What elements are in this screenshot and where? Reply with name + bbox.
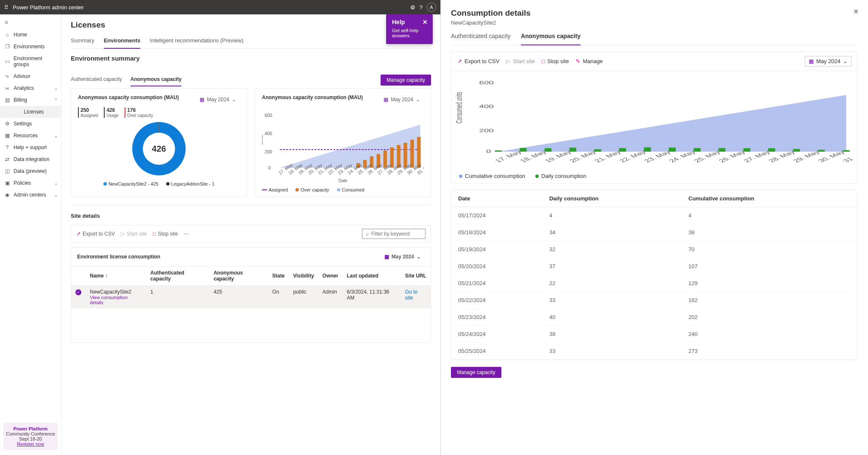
sidebar-item-billing[interactable]: ▤Billing⌃ xyxy=(0,94,61,106)
svg-rect-47 xyxy=(743,148,750,152)
month-picker-2[interactable]: ▦May 2024 ⌄ xyxy=(380,94,424,105)
table-row[interactable]: 05/24/202438240 xyxy=(451,326,857,343)
sidebar-item-help-support[interactable]: ?Help + support xyxy=(0,141,61,153)
capacity-tab-authenticated-capacity[interactable]: Authenticated capacity xyxy=(71,76,122,86)
sidebar-item-label: Resources xyxy=(14,133,51,139)
sidebar-item-licenses[interactable]: Licenses xyxy=(0,106,61,118)
col-header[interactable]: Anonymous capacity xyxy=(209,266,268,286)
close-icon[interactable]: ✕ xyxy=(423,19,428,25)
panel-tabs: Authenticated capacityAnonymous capacity xyxy=(451,33,858,45)
stat-usage: 426Usage xyxy=(104,107,119,118)
view-details-link[interactable]: View consumption details xyxy=(90,295,142,305)
table-row[interactable]: 05/25/202433273 xyxy=(451,343,857,360)
start-site-button: ▷Start site xyxy=(121,231,147,237)
register-link[interactable]: Register now xyxy=(17,441,44,447)
col-header[interactable]: State xyxy=(268,266,289,286)
sidebar-item-analytics[interactable]: ⫘Analytics⌄ xyxy=(0,82,61,94)
sidebar-item-environments[interactable]: ❐Environments xyxy=(0,41,61,53)
col-header[interactable]: Authenticated capacity xyxy=(146,266,209,286)
month-picker-3[interactable]: ▦May 2024 ⌄ xyxy=(381,252,425,262)
col-header[interactable]: Last updated xyxy=(342,266,401,286)
tab-summary[interactable]: Summary xyxy=(71,37,95,48)
chevron-icon: ⌄ xyxy=(54,86,58,91)
sidebar-item-label: Policies xyxy=(14,180,51,186)
tab-intelligent-recommendations-preview-[interactable]: Intelligent recommendations (Preview) xyxy=(150,37,243,48)
sidebar-item-label: Home xyxy=(14,32,58,38)
export-icon: ↗ xyxy=(76,231,81,237)
sidebar-item-label: Environment groups xyxy=(14,55,58,67)
conference-banner[interactable]: Power Platform Community Conference Sept… xyxy=(3,423,58,450)
svg-rect-39 xyxy=(545,148,551,152)
col-header[interactable]: Date xyxy=(451,190,542,207)
ylabel: Consumed units xyxy=(454,92,464,123)
panel-manage-button[interactable]: ✎Manage xyxy=(576,58,603,64)
panel-manage-capacity-button[interactable]: Manage capacity xyxy=(451,367,501,378)
col-header[interactable]: Name ↑ xyxy=(86,266,146,286)
table-row[interactable]: 05/23/202440202 xyxy=(451,309,857,326)
donut-chart: 426 xyxy=(132,122,186,175)
panel-export-button[interactable]: ↗Export to CSV xyxy=(457,58,499,64)
help-flyout: Help✕ Get self-help answers. xyxy=(386,14,433,44)
table-row[interactable]: ✓ NewCapacitySite2View consumption detai… xyxy=(71,286,431,309)
svg-rect-50 xyxy=(818,150,825,152)
sidebar-item-label: Environments xyxy=(14,44,58,50)
svg-rect-49 xyxy=(793,149,800,152)
panel-title: Consumption details xyxy=(451,8,858,18)
sidebar-item-policies[interactable]: ▣Policies⌄ xyxy=(0,177,61,189)
app-brand: Power Platform admin center xyxy=(13,4,406,11)
avatar[interactable]: A xyxy=(427,3,436,12)
table-row[interactable]: 05/21/202422129 xyxy=(451,275,857,292)
filter-input[interactable]: ⌕ xyxy=(362,229,426,239)
waffle-icon[interactable]: ⠿ xyxy=(4,4,8,11)
export-csv-button[interactable]: ↗Export to CSV xyxy=(76,231,115,237)
sidebar-item-admin-centers[interactable]: ◉Admin centers⌄ xyxy=(0,189,61,201)
site-table: Name ↑Authenticated capacityAnonymous ca… xyxy=(71,266,431,308)
sidebar-item-home[interactable]: ⌂Home xyxy=(0,29,61,41)
chevron-down-icon: ⌄ xyxy=(417,254,421,260)
manage-capacity-button[interactable]: Manage capacity xyxy=(381,75,431,86)
sidebar-item-environment-groups[interactable]: ▭Environment groups xyxy=(0,53,61,70)
site-details-title: Site details xyxy=(71,213,431,219)
table-row[interactable]: 05/17/202444 xyxy=(451,207,857,224)
more-icon[interactable]: ⋯ xyxy=(184,231,189,237)
stop-site-button[interactable]: □Stop site xyxy=(153,231,178,237)
col-header[interactable]: Visibility xyxy=(289,266,318,286)
sidebar-item-label: Admin centers xyxy=(14,192,51,198)
panel-tab-authenticated-capacity[interactable]: Authenticated capacity xyxy=(451,33,511,45)
table-row[interactable]: 05/20/202437107 xyxy=(451,258,857,275)
svg-rect-40 xyxy=(569,147,576,152)
capacity-tab-anonymous-capacity[interactable]: Anonymous capacity xyxy=(131,76,182,86)
sidebar-item-advisor[interactable]: ∿Advisor xyxy=(0,70,61,82)
calendar-icon: ▦ xyxy=(384,254,389,260)
nav-icon: ? xyxy=(4,144,10,150)
legend-item: Assigned xyxy=(262,187,288,192)
sidebar-item-resources[interactable]: ▦Resources⌄ xyxy=(0,130,61,141)
consumption-table-card: Environment license consumption ▦May 202… xyxy=(71,247,431,343)
panel-stop-button[interactable]: □Stop site xyxy=(542,58,569,64)
svg-text:400: 400 xyxy=(264,131,272,136)
nav-icon: ◫ xyxy=(4,168,10,174)
sidebar-item-data-integration[interactable]: ⇄Data integration xyxy=(0,153,61,165)
panel-chart: 600 400 200 0 Consumed units 17. May18. … xyxy=(451,71,857,169)
gear-icon[interactable]: ⚙ xyxy=(410,4,415,11)
table-row[interactable]: 05/19/20243270 xyxy=(451,241,857,258)
col-header[interactable]: Daily consumption xyxy=(542,190,682,207)
month-picker[interactable]: ▦May 2024 ⌄ xyxy=(196,94,240,105)
close-icon[interactable]: ✕ xyxy=(853,8,859,16)
col-header[interactable]: Cumulative consumption xyxy=(682,190,857,207)
table-row[interactable]: 05/18/20243438 xyxy=(451,224,857,241)
panel-month-picker[interactable]: ▦May 2024 ⌄ xyxy=(805,56,851,67)
sidebar-item-settings[interactable]: ⚙Settings xyxy=(0,118,61,130)
nav-icon: ▤ xyxy=(4,97,10,103)
col-header[interactable]: Owner xyxy=(318,266,342,286)
help-icon[interactable]: ? xyxy=(420,4,423,11)
tab-environments[interactable]: Environments xyxy=(104,37,141,49)
site-url-link[interactable]: Go to site xyxy=(405,289,417,301)
sidebar-item-data-preview-[interactable]: ◫Data (preview) xyxy=(0,165,61,177)
col-header[interactable]: Site URL xyxy=(401,266,431,286)
collapse-nav-icon[interactable]: ≡ xyxy=(0,16,13,29)
table-row[interactable]: 05/22/202433162 xyxy=(451,292,857,309)
panel-tab-anonymous-capacity[interactable]: Anonymous capacity xyxy=(521,33,581,45)
svg-text:400: 400 xyxy=(479,104,494,109)
table-title: Environment license consumption xyxy=(77,254,160,260)
